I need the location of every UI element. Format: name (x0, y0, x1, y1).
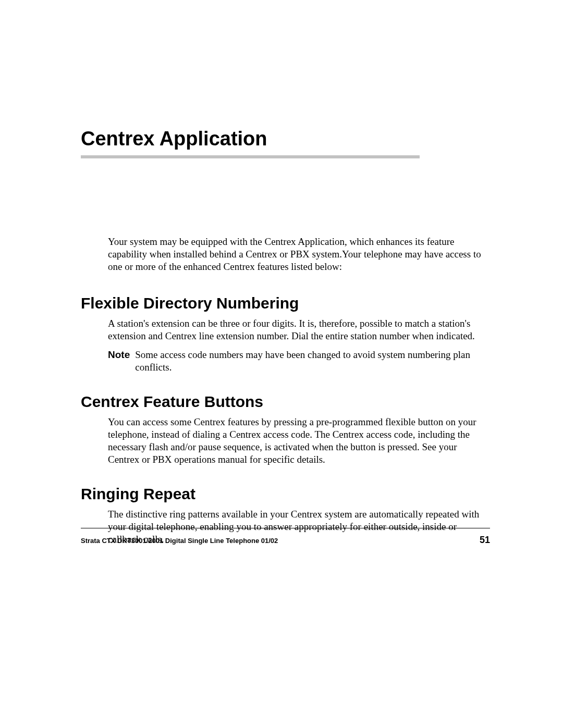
intro-paragraph: Your system may be equipped with the Cen… (108, 236, 490, 273)
footer-content: Strata CTX DKT3001/2001 Digital Single L… (81, 535, 490, 546)
note-block: Note Some access code numbers may have b… (108, 349, 490, 374)
note-label: Note (108, 349, 130, 374)
chapter-title: Centrex Application (81, 128, 490, 150)
page-content: Centrex Application Your system may be e… (0, 0, 563, 546)
page-footer: Strata CTX DKT3001/2001 Digital Single L… (81, 528, 490, 546)
section-body: You can access some Centrex features by … (108, 416, 490, 465)
section-heading: Centrex Feature Buttons (81, 393, 490, 411)
section-centrex-buttons: Centrex Feature Buttons You can access s… (81, 393, 490, 465)
section-flexible-directory: Flexible Directory Numbering A station's… (81, 294, 490, 373)
section-heading: Flexible Directory Numbering (81, 294, 490, 312)
title-divider (81, 155, 420, 158)
section-heading: Ringing Repeat (81, 485, 490, 503)
page-number: 51 (480, 535, 490, 546)
section-body: A station's extension can be three or fo… (108, 317, 490, 342)
footer-text: Strata CTX DKT3001/2001 Digital Single L… (81, 537, 278, 545)
note-text: Some access code numbers may have been c… (135, 349, 490, 374)
footer-divider (81, 528, 490, 528)
